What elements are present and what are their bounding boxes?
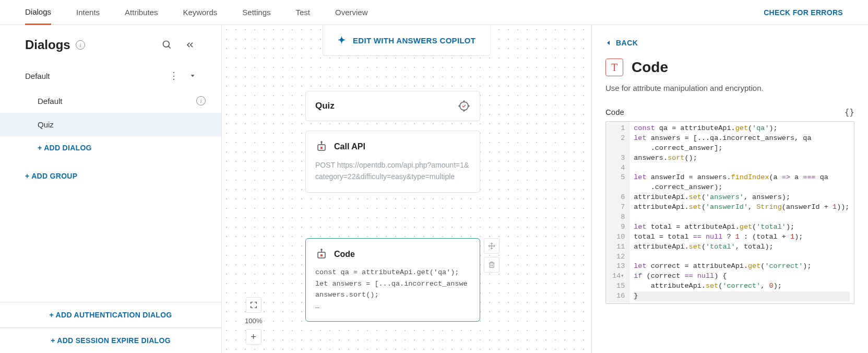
- code-preview: const qa = attributeApi.get('qa');let an…: [315, 267, 470, 312]
- svg-line-1: [169, 46, 171, 49]
- dialog-group-default[interactable]: Default ⋮: [0, 63, 221, 89]
- add-dialog-button[interactable]: + ADD DIALOG: [0, 136, 221, 159]
- canvas-node-call-api[interactable]: Call API POST https://opentdb.com/api.ph…: [305, 131, 480, 193]
- dialog-item-default[interactable]: Defaulti: [0, 89, 221, 113]
- tab-overview[interactable]: Overview: [335, 1, 368, 24]
- zoom-level: 100%: [243, 316, 264, 326]
- add-session-expire-dialog-button[interactable]: + ADD SESSION EXPIRE DIALOG: [0, 327, 221, 353]
- sidebar-title: Dialogs: [25, 38, 70, 52]
- move-node-icon[interactable]: [484, 238, 500, 254]
- canvas-node-quiz[interactable]: Quiz: [305, 91, 480, 121]
- robot-icon: [315, 140, 328, 153]
- code-label: Code: [605, 108, 845, 116]
- search-icon[interactable]: [161, 39, 173, 51]
- delete-node-icon[interactable]: [484, 257, 500, 273]
- tab-keywords[interactable]: Keywords: [183, 1, 217, 24]
- dialog-item-label: Default: [38, 97, 63, 105]
- svg-marker-18: [607, 41, 610, 45]
- back-label: BACK: [616, 39, 638, 47]
- info-icon[interactable]: i: [76, 40, 85, 50]
- node-title: Quiz: [315, 101, 458, 111]
- copilot-label: EDIT WITH ANSWERS COPILOT: [353, 36, 475, 45]
- target-icon: [458, 100, 470, 112]
- panel-title: Code: [632, 59, 668, 76]
- zoom-in-icon[interactable]: +: [246, 329, 261, 345]
- svg-marker-2: [191, 75, 195, 77]
- fit-view-icon[interactable]: [246, 297, 261, 313]
- node-title: Code: [334, 250, 355, 259]
- tab-test[interactable]: Test: [296, 1, 311, 24]
- dialog-canvas[interactable]: ✦ EDIT WITH ANSWERS COPILOT Quiz Call AP…: [222, 25, 591, 353]
- tab-settings[interactable]: Settings: [242, 1, 270, 24]
- svg-point-10: [321, 142, 322, 143]
- svg-rect-11: [320, 147, 323, 149]
- check-for-errors-button[interactable]: CHECK FOR ERRORS: [764, 8, 843, 17]
- tab-dialogs[interactable]: Dialogs: [25, 0, 51, 25]
- more-menu-icon[interactable]: ⋮: [169, 70, 179, 81]
- panel-description: Use for attribute manipulation and encry…: [605, 84, 854, 92]
- robot-icon: [315, 248, 328, 261]
- collapse-sidebar-icon[interactable]: [184, 39, 196, 51]
- tab-intents[interactable]: Intents: [76, 1, 100, 24]
- sparkle-icon: ✦: [338, 34, 346, 46]
- tabs-bar: DialogsIntentsAttributesKeywordsSettings…: [0, 0, 868, 25]
- add-authentication-dialog-button[interactable]: + ADD AUTHENTICATION DIALOG: [0, 302, 221, 327]
- svg-point-0: [163, 41, 170, 48]
- caret-down-icon[interactable]: [189, 72, 196, 79]
- code-node-type-icon: T: [605, 58, 623, 76]
- add-group-button[interactable]: + ADD GROUP: [0, 164, 221, 187]
- code-editor[interactable]: 12 345 67891011121314▾1516 const qa = at…: [605, 121, 854, 304]
- expand-code-icon[interactable]: {}: [845, 107, 854, 117]
- edit-with-copilot-button[interactable]: ✦ EDIT WITH ANSWERS COPILOT: [323, 25, 491, 56]
- dialog-item-label: Quiz: [38, 120, 54, 129]
- details-panel: BACK T Code Use for attribute manipulati…: [591, 25, 868, 353]
- svg-point-14: [321, 249, 322, 250]
- group-label: Default: [25, 72, 50, 80]
- sidebar: Dialogs i Default ⋮ DefaultiQuiz + ADD D…: [0, 25, 222, 353]
- dialog-item-quiz[interactable]: Quiz: [0, 113, 221, 136]
- back-button[interactable]: BACK: [605, 39, 854, 47]
- tab-attributes[interactable]: Attributes: [125, 1, 158, 24]
- info-icon[interactable]: i: [196, 96, 206, 105]
- node-body: POST https://opentdb.com/api.php?amount=…: [315, 159, 470, 183]
- svg-rect-15: [320, 254, 323, 256]
- canvas-node-code[interactable]: Code const qa = attributeApi.get('qa');l…: [305, 238, 480, 322]
- node-title: Call API: [334, 142, 365, 151]
